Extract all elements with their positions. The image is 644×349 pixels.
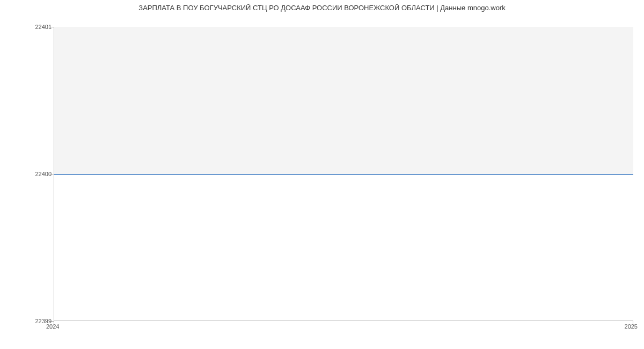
plot-area [54,27,633,321]
x-tick-label: 2024 [46,323,59,330]
y-tick-label: 22400 [35,171,52,177]
chart-title: ЗАРПЛАТА В ПОУ БОГУЧАРСКИЙ СТЦ РО ДОСААФ… [0,4,644,12]
area-fill [54,27,633,174]
data-line [54,174,633,175]
y-tick-label: 22401 [35,24,52,30]
x-tick-label: 2025 [625,323,638,330]
